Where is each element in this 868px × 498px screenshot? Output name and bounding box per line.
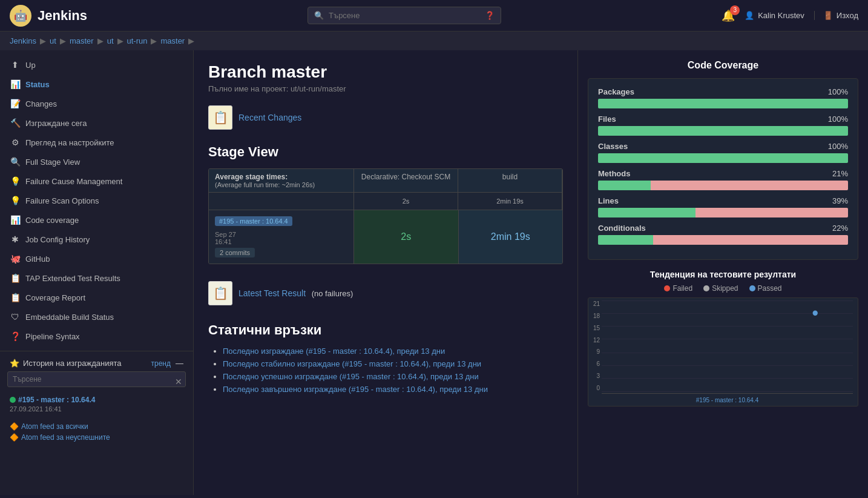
coverage-bar-green [598, 126, 848, 136]
sidebar-item-coverage-report[interactable]: 📋 Coverage Report [0, 288, 193, 307]
breadcrumb-ut-run[interactable]: ut-run [127, 36, 148, 45]
rss-icon-failures: 🔶 [10, 433, 19, 442]
embeddable-icon: 🛡 [10, 311, 21, 322]
legend-skipped: Skipped [703, 284, 738, 293]
breadcrumb-master1[interactable]: master [70, 36, 94, 45]
list-item: Последно стабилно изграждане (#195 - mas… [223, 359, 563, 368]
breadcrumb-master2[interactable]: master [160, 36, 185, 45]
build-search-input[interactable] [7, 371, 186, 387]
pipeline-icon: ❓ [10, 331, 21, 342]
passed-dot-chart [813, 311, 818, 316]
coverage-bar [598, 235, 848, 245]
static-links-section: Статични връзки Последно изграждане (#19… [208, 322, 563, 394]
failed-dot [664, 285, 670, 291]
coverage-row: Classes 100% [598, 142, 848, 163]
static-link-2[interactable]: Последно успешно изграждане (#195 - mast… [223, 372, 479, 381]
stage-avg-label: Average stage times: [215, 173, 347, 181]
trend-y-label: 6 [588, 360, 602, 367]
sidebar-label-build-now: Изграждане сега [25, 119, 87, 128]
latest-test-link[interactable]: Latest Test Result [238, 288, 306, 298]
build-history-label: История на изгражданията [23, 359, 122, 368]
page-subtitle: Пълно име на проект: ut/ut-run/master [208, 84, 563, 93]
sidebar-item-pipeline[interactable]: ❓ Pipeline Syntax [0, 327, 193, 346]
stage-date: Sep 27 [215, 231, 347, 238]
sidebar-item-job-config[interactable]: ✱ Job Config History [0, 230, 193, 249]
sidebar-label-failure-cause: Failure Cause Management [25, 177, 122, 186]
star-icon: ⭐ [10, 359, 19, 368]
sidebar-item-failure-cause[interactable]: 💡 Failure Cause Management [0, 171, 193, 191]
coverage-pct: 22% [832, 224, 848, 233]
declarative-cell[interactable]: 2s [354, 210, 459, 264]
sidebar-label-job-config: Job Config History [25, 235, 90, 244]
build-badge: #195 - master : 10.64.4 [215, 216, 292, 226]
trend-y-label: 12 [588, 337, 602, 344]
atom-feed-all-link[interactable]: 🔶 Atom feed за всички [10, 422, 183, 431]
stage-avg-runtime: (Average full run time: ~2min 26s) [215, 181, 347, 188]
header-right: 🔔 3 👤 Kalin Krustev 🚪 Изход [722, 9, 858, 22]
stage-view-container: Average stage times: (Average full run t… [208, 168, 563, 264]
coverage-bar [598, 99, 848, 108]
static-link-3[interactable]: Последно завършено изграждане (#195 - ma… [223, 385, 488, 394]
sidebar-item-github[interactable]: 🐙 GitHub [0, 249, 193, 268]
build-search-wrapper: ✕ [0, 371, 193, 392]
coverage-row: Packages 100% [598, 87, 848, 108]
build-search-clear-button[interactable]: ✕ [175, 377, 182, 387]
coverage-label: Conditionals [598, 224, 646, 233]
trend-title: Тенденция на тестовите резултати [588, 270, 858, 279]
trend-y-label: 15 [588, 325, 602, 331]
coverage-row: Conditionals 22% [598, 224, 848, 245]
atom-feed-failures-link[interactable]: 🔶 Atom feed за неуспешните [10, 433, 183, 442]
legend-failed: Failed [664, 284, 692, 293]
coverage-label: Classes [598, 142, 628, 151]
coverage-bar [598, 208, 848, 217]
breadcrumb-ut2[interactable]: ut [107, 36, 114, 45]
search-bar[interactable]: 🔍 ❓ [307, 7, 501, 24]
status-icon: 📊 [10, 79, 21, 90]
notification-bell[interactable]: 🔔 3 [722, 9, 735, 22]
sidebar-item-status[interactable]: 📊 Status [0, 75, 193, 94]
search-input[interactable] [329, 11, 462, 20]
stage-data-row: #195 - master : 10.64.4 Sep 27 16:41 2 c… [209, 210, 562, 264]
recent-changes-link[interactable]: Recent Changes [238, 113, 301, 122]
build-history-header: ⭐ История на изгражданията тренд — [0, 356, 193, 371]
failed-label: Failed [672, 284, 692, 293]
sidebar-item-failure-scan[interactable]: 💡 Failure Scan Options [0, 191, 193, 210]
sidebar-item-changes[interactable]: 📝 Changes [0, 94, 193, 113]
sidebar-item-up[interactable]: ⬆ Up [0, 55, 193, 75]
static-link-0[interactable]: Последно изграждане (#195 - master : 10.… [223, 347, 445, 356]
static-link-1[interactable]: Последно стабилно изграждане (#195 - mas… [223, 359, 481, 368]
sidebar-item-embeddable[interactable]: 🛡 Embeddable Build Status [0, 307, 193, 327]
list-item: Последно изграждане (#195 - master : 10.… [223, 347, 563, 356]
declarative-cell-time: 2s [401, 231, 411, 242]
trend-link[interactable]: тренд [151, 359, 171, 368]
sidebar-item-full-stage[interactable]: 🔍 Full Stage View [0, 152, 193, 171]
build-now-icon: 🔨 [10, 118, 21, 128]
user-menu[interactable]: 👤 Kalin Krustev [745, 11, 804, 20]
build-status-dot [10, 397, 16, 403]
coverage-bar [598, 126, 848, 136]
stage-build-info[interactable]: #195 - master : 10.64.4 Sep 27 16:41 2 c… [209, 210, 354, 264]
breadcrumb-ut1[interactable]: ut [50, 36, 56, 45]
passed-label: Passed [758, 284, 782, 293]
build-cell[interactable]: 2min 19s [459, 210, 563, 264]
breadcrumb-jenkins[interactable]: Jenkins [10, 36, 36, 45]
coverage-bar-pink [695, 208, 848, 217]
sidebar-item-tap[interactable]: 📋 TAP Extended Test Results [0, 268, 193, 288]
sidebar-item-settings[interactable]: ⚙ Преглед на настройките [0, 133, 193, 152]
logout-label: Изход [837, 11, 858, 20]
coverage-bar-pink [653, 235, 848, 245]
collapse-button[interactable]: — [176, 359, 183, 368]
github-icon: 🐙 [10, 253, 21, 264]
atom-links-section: 🔶 Atom feed за всички 🔶 Atom feed за неу… [0, 416, 193, 448]
stage-build-header: build [458, 169, 562, 192]
sidebar-item-code-coverage[interactable]: 📊 Code coverage [0, 210, 193, 230]
sidebar-item-build-now[interactable]: 🔨 Изграждане сега [0, 113, 193, 133]
logout-button[interactable]: 🚪 Изход [814, 11, 858, 20]
help-icon[interactable]: ❓ [485, 11, 495, 20]
recent-changes-block: 📋 Recent Changes [208, 105, 563, 130]
logout-icon: 🚪 [823, 11, 833, 20]
sidebar-label-settings: Преглед на настройките [25, 138, 114, 147]
build-list-item[interactable]: #195 - master : 10.64.4 27.09.2021 16:41 [0, 392, 193, 416]
coverage-row: Methods 21% [598, 169, 848, 190]
sidebar-label-pipeline: Pipeline Syntax [25, 332, 80, 341]
